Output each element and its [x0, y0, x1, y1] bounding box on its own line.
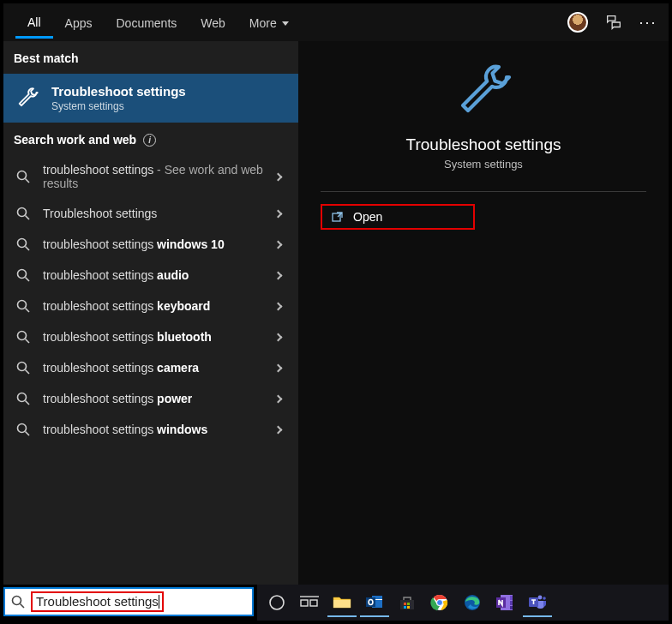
- more-options-icon[interactable]: ···: [638, 12, 658, 33]
- svg-line-9: [26, 309, 30, 313]
- chevron-right-icon: [274, 271, 283, 279]
- search-result-item[interactable]: troubleshoot settings - See work and web…: [3, 155, 298, 198]
- best-match-subtitle: System settings: [51, 100, 186, 112]
- search-result-item[interactable]: troubleshoot settings keyboard: [3, 291, 298, 321]
- search-icon: [15, 206, 31, 221]
- search-result-item[interactable]: Troubleshoot settings: [3, 198, 298, 229]
- tab-more[interactable]: More: [237, 8, 301, 37]
- svg-line-7: [26, 278, 30, 282]
- svg-line-15: [26, 401, 30, 405]
- taskbar: [257, 585, 669, 621]
- info-icon[interactable]: i: [143, 134, 156, 147]
- svg-rect-40: [510, 601, 513, 605]
- task-view-icon[interactable]: [295, 588, 324, 617]
- teams-icon[interactable]: [523, 588, 552, 617]
- tab-web[interactable]: Web: [189, 8, 237, 37]
- preview-subtitle: System settings: [444, 158, 523, 171]
- search-result-label: troubleshoot settings camera: [43, 361, 263, 375]
- search-result-label: troubleshoot settings windows: [43, 423, 263, 436]
- edge-icon[interactable]: [458, 588, 487, 617]
- chevron-right-icon: [274, 425, 283, 434]
- search-result-label: troubleshoot settings keyboard: [43, 299, 263, 313]
- svg-rect-31: [407, 603, 410, 605]
- svg-point-12: [18, 363, 27, 371]
- wrench-icon: [15, 87, 39, 111]
- svg-rect-23: [310, 600, 317, 606]
- text-cursor: [159, 595, 159, 609]
- search-result-item[interactable]: troubleshoot settings audio: [3, 260, 298, 291]
- svg-rect-33: [407, 606, 410, 609]
- open-button-label: Open: [353, 210, 382, 224]
- tab-more-label: More: [249, 16, 277, 30]
- chevron-right-icon: [274, 240, 283, 249]
- svg-point-19: [13, 597, 21, 605]
- feedback-icon[interactable]: [603, 12, 624, 33]
- chrome-icon[interactable]: [425, 588, 454, 617]
- svg-point-8: [18, 301, 27, 309]
- svg-line-3: [26, 216, 30, 220]
- search-icon: [15, 329, 31, 345]
- search-input-value: Troubleshoot settings: [36, 594, 159, 609]
- best-match-header: Best match: [3, 41, 298, 74]
- user-avatar[interactable]: [567, 12, 588, 33]
- open-button[interactable]: Open: [321, 204, 475, 230]
- svg-rect-28: [366, 597, 375, 607]
- divider: [321, 191, 646, 192]
- tab-documents[interactable]: Documents: [104, 8, 189, 37]
- tab-all[interactable]: All: [15, 7, 53, 39]
- search-icon: [15, 267, 31, 283]
- cortana-icon[interactable]: [262, 588, 291, 617]
- svg-line-11: [26, 339, 30, 344]
- chevron-right-icon: [274, 394, 283, 403]
- onenote-icon[interactable]: [490, 588, 519, 617]
- preview-title: Troubleshoot settings: [406, 135, 561, 154]
- store-icon[interactable]: [393, 588, 422, 617]
- svg-point-4: [18, 239, 27, 248]
- search-icon: [15, 169, 31, 184]
- svg-rect-18: [333, 213, 340, 221]
- search-icon: [15, 391, 31, 406]
- search-icon: [15, 298, 31, 314]
- svg-rect-25: [333, 600, 351, 608]
- search-result-item[interactable]: troubleshoot settings camera: [3, 352, 298, 383]
- search-result-item[interactable]: troubleshoot settings power: [3, 383, 298, 414]
- file-explorer-icon[interactable]: [327, 588, 357, 617]
- chevron-right-icon: [274, 209, 283, 218]
- best-match-item[interactable]: Troubleshoot settings System settings: [3, 74, 298, 123]
- svg-rect-30: [404, 603, 406, 605]
- search-result-label: troubleshoot settings audio: [43, 268, 263, 282]
- chevron-right-icon: [274, 333, 283, 341]
- svg-line-1: [26, 179, 30, 183]
- open-external-icon: [331, 210, 345, 224]
- search-result-label: Troubleshoot settings: [43, 207, 263, 220]
- svg-point-16: [18, 424, 27, 433]
- search-result-item[interactable]: troubleshoot settings windows: [3, 414, 298, 445]
- svg-rect-39: [510, 596, 513, 600]
- search-result-label: troubleshoot settings power: [43, 392, 263, 405]
- preview-panel: Troubleshoot settings System settings Op…: [298, 41, 669, 585]
- search-icon: [10, 594, 26, 609]
- chevron-down-icon: [282, 21, 289, 26]
- svg-point-44: [543, 597, 546, 600]
- svg-rect-41: [510, 606, 513, 609]
- search-box[interactable]: Troubleshoot settings: [3, 587, 254, 616]
- svg-line-17: [26, 432, 30, 436]
- search-icon: [15, 422, 31, 437]
- search-result-item[interactable]: troubleshoot settings bluetooth: [3, 321, 298, 352]
- chevron-right-icon: [274, 172, 283, 181]
- svg-point-14: [18, 393, 27, 402]
- svg-point-10: [18, 332, 27, 340]
- chevron-right-icon: [274, 302, 283, 310]
- search-results-panel: Best match Troubleshoot settings System …: [3, 41, 298, 585]
- search-result-label: troubleshoot settings bluetooth: [43, 330, 263, 344]
- search-filter-tabs: All Apps Documents Web More ···: [3, 3, 669, 41]
- search-section-label: Search work and web: [14, 133, 136, 147]
- svg-point-2: [18, 208, 27, 217]
- tab-apps[interactable]: Apps: [53, 8, 105, 37]
- outlook-icon[interactable]: [360, 588, 389, 617]
- svg-line-13: [26, 370, 30, 375]
- search-result-label: troubleshoot settings windows 10: [43, 237, 263, 251]
- svg-point-6: [18, 270, 27, 279]
- search-result-item[interactable]: troubleshoot settings windows 10: [3, 229, 298, 260]
- svg-rect-22: [301, 600, 308, 606]
